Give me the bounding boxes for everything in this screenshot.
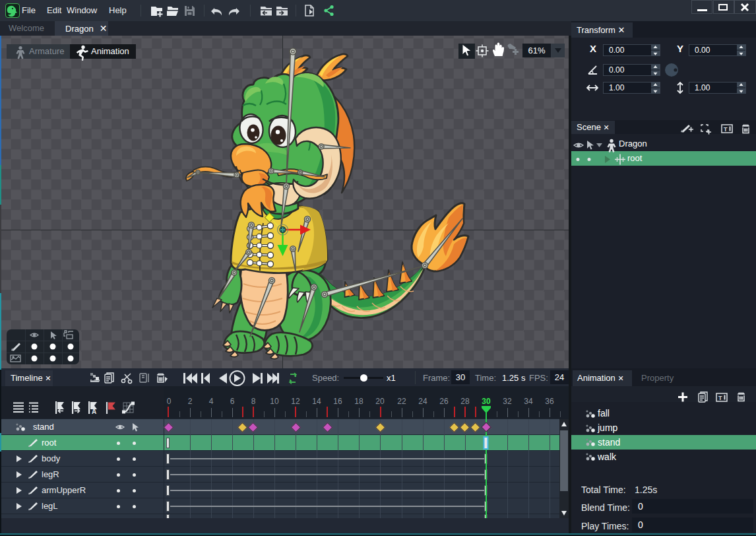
svg-text:T: T [718, 395, 722, 401]
svg-text:A: A [92, 408, 96, 415]
svg-text:T: T [724, 126, 728, 133]
